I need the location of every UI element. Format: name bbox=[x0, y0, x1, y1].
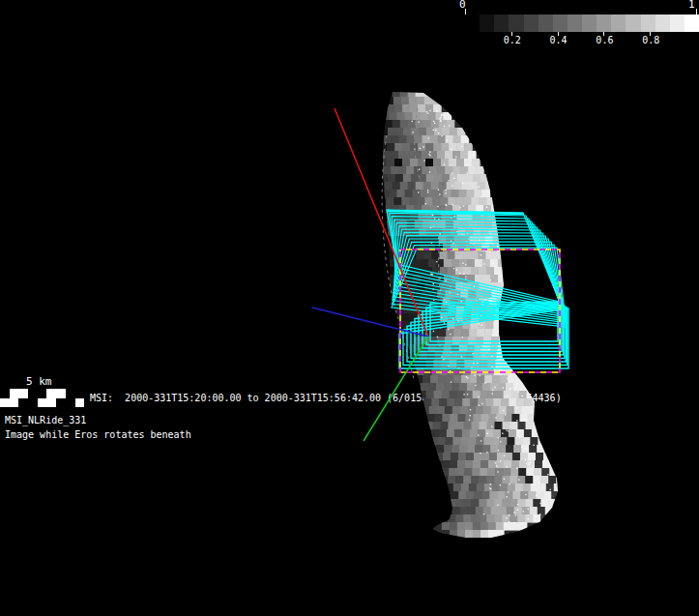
colorbar-tick-label: 0.4 bbox=[546, 35, 571, 46]
colorbar-gradient bbox=[465, 15, 699, 32]
colorbar: 0 1 0.20.40.60.8 bbox=[465, 0, 699, 50]
footprint-fan-upper bbox=[387, 210, 567, 327]
colorbar-max-label: 1 bbox=[688, 0, 695, 10]
asteroid-mesh bbox=[379, 89, 565, 539]
axis-green bbox=[364, 337, 428, 441]
colorbar-tick-label: 0.6 bbox=[592, 35, 617, 46]
colorbar-tick-label: 0.2 bbox=[500, 35, 525, 46]
scale-bar-checker bbox=[0, 389, 85, 407]
scale-bar-label: 5 km bbox=[26, 376, 52, 388]
roi-rectangle bbox=[400, 249, 560, 372]
scene-render bbox=[0, 0, 699, 616]
footprint-fan-lower bbox=[399, 302, 568, 368]
footprint-fan-upper-bold-edge bbox=[387, 211, 523, 214]
axis-blue bbox=[312, 308, 428, 337]
status-line: MSI: 2000-331T15:20:00.00 to 2000-331T15… bbox=[90, 392, 562, 404]
colorbar-tick-label: 0.8 bbox=[638, 35, 663, 46]
axis-red bbox=[335, 108, 428, 337]
hidden-edge-dashes bbox=[382, 108, 445, 379]
sequence-name-label: MSI_NLRide_331 bbox=[5, 415, 86, 426]
msi-3d-viewport[interactable]: MSI: 2000-331T15:20:00.00 to 2000-331T15… bbox=[0, 0, 699, 616]
description-label: Image while Eros rotates beneath bbox=[5, 429, 191, 441]
